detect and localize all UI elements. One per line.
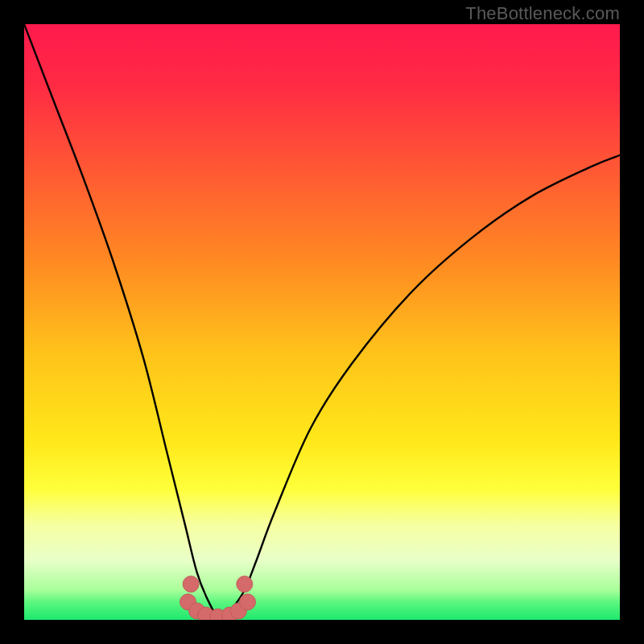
- watermark-text: TheBottleneck.com: [465, 3, 620, 24]
- marker-point: [183, 576, 199, 592]
- marker-point: [237, 576, 253, 592]
- bottleneck-chart: [24, 24, 620, 620]
- gradient-background: [24, 24, 620, 620]
- marker-point: [240, 594, 256, 610]
- plot-area: [24, 24, 620, 620]
